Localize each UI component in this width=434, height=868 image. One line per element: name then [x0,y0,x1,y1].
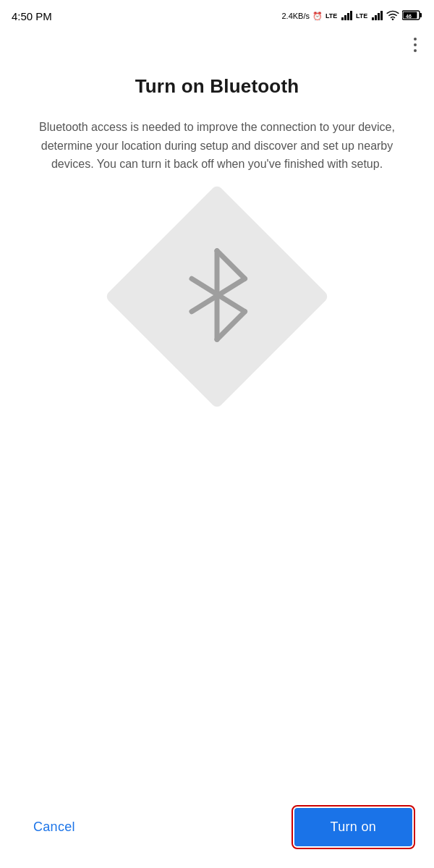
dot-3 [414,49,417,52]
svg-rect-7 [375,15,377,20]
alarm-icon: ⏰ [312,12,323,21]
svg-text:LTE: LTE [326,12,337,20]
svg-rect-12 [420,13,422,17]
svg-rect-8 [378,13,380,20]
status-icons: 2.4KB/s ⏰ LTE LTE [281,10,422,22]
lte-icon: LTE [326,10,339,22]
dot-2 [414,43,417,46]
more-menu-button[interactable] [411,35,420,55]
bluetooth-icon [177,244,257,349]
bottom-buttons: Cancel Turn on [0,808,434,846]
turn-on-button[interactable]: Turn on [294,808,412,846]
svg-line-16 [217,251,245,279]
lte2-icon: LTE [356,10,369,22]
bluetooth-icon-container [0,217,434,376]
svg-text:LTE: LTE [356,12,367,20]
main-content: Turn on Bluetooth Bluetooth access is ne… [0,61,434,174]
svg-line-17 [217,312,245,340]
signal-bars-2 [372,10,383,22]
wifi-icon [386,10,399,22]
svg-rect-1 [341,17,344,20]
svg-rect-2 [344,15,346,20]
network-speed: 2.4KB/s [281,12,310,20]
svg-rect-4 [350,11,352,20]
dot-1 [414,38,417,41]
svg-point-10 [392,18,394,20]
battery-icon: 46 [402,10,422,22]
status-bar: 4:50 PM 2.4KB/s ⏰ LTE LTE [0,0,434,29]
more-menu-container [0,29,434,61]
bluetooth-diamond-bg [104,184,329,409]
svg-rect-3 [347,13,349,20]
svg-rect-6 [372,17,374,20]
description-text: Bluetooth access is needed to improve th… [29,118,405,174]
svg-rect-9 [380,11,383,20]
svg-text:46: 46 [406,14,412,19]
signal-bars-1 [341,10,353,22]
cancel-button[interactable]: Cancel [22,811,87,843]
page-title: Turn on Bluetooth [29,75,405,98]
status-time: 4:50 PM [12,10,52,22]
